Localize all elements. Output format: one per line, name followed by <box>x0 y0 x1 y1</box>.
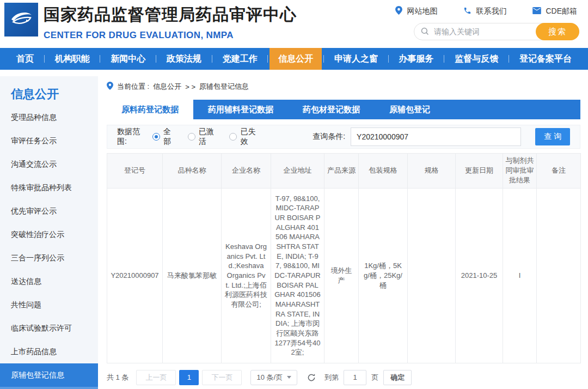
main-nav: 首页 机构职能 新闻中心 政策法规 党建工作 信息公开 申请人之窗 办事服务 监… <box>0 48 588 70</box>
query-input[interactable] <box>351 127 521 146</box>
col-product-source: 产品来源 <box>324 154 359 189</box>
search-icon <box>421 27 429 38</box>
col-package-spec: 包装规格 <box>359 154 408 189</box>
query-button[interactable]: 查 询 <box>535 128 570 145</box>
col-company-name: 企业名称 <box>222 154 271 189</box>
refresh-icon[interactable] <box>307 373 316 382</box>
cell-remark <box>537 188 581 363</box>
tab-all-registration[interactable]: 原辅包登记 <box>375 100 445 119</box>
breadcrumb-section[interactable]: 信息公开 <box>153 82 181 92</box>
sidebar-item-priority-review[interactable]: 优先审评公示 <box>0 199 98 223</box>
quick-links: 网站地图 联系我们 CDE邮箱 <box>395 6 577 16</box>
nav-item-news[interactable]: 新闻中心 <box>102 48 154 70</box>
cell-reg-no: Y20210000907 <box>107 188 163 363</box>
current-page-button[interactable]: 1 <box>179 370 199 385</box>
col-company-address: 企业地址 <box>271 154 324 189</box>
sidebar-item-excipient-registration[interactable]: 原辅包登记信息 <box>0 363 98 387</box>
sidebar-title: 信息公开 <box>0 76 98 106</box>
caret-down-icon <box>287 376 291 379</box>
quick-link-mailbox[interactable]: CDE邮箱 <box>532 7 577 16</box>
nav-item-policies[interactable]: 政策法规 <box>158 48 210 70</box>
page-size-label: 10 条/页 <box>256 373 283 382</box>
sidebar-item-review-tasks[interactable]: 审评任务公示 <box>0 129 98 153</box>
goto-page-input[interactable] <box>344 370 366 385</box>
nav-item-info-disclosure[interactable]: 信息公开 <box>270 48 322 70</box>
nav-item-supervision[interactable]: 监督与反馈 <box>446 48 507 70</box>
main-content: 当前位置 : 信息公开 > > 原辅包登记信息 原料药登记数据 药用辅料登记数据… <box>107 70 580 389</box>
nav-separator <box>100 55 100 63</box>
table-row: Y20210000907 马来酸氯苯那敏 Keshava Organics Pv… <box>107 188 581 363</box>
col-remark: 备注 <box>537 154 581 189</box>
quick-link-label: 网站地图 <box>407 7 437 16</box>
nav-item-registration-platform[interactable]: 登记备案平台 <box>511 48 580 70</box>
quick-link-sitemap[interactable]: 网站地图 <box>395 6 437 16</box>
cde-logo-swoosh-icon <box>8 5 35 34</box>
quick-link-label: CDE邮箱 <box>546 7 577 16</box>
radio-expired[interactable]: 已失效 <box>229 127 258 147</box>
radio-activated-label: 已激活 <box>199 127 217 147</box>
cell-company-name: Keshava Organics Pvt. Ltd.;Keshava Organ… <box>222 188 271 363</box>
search-button[interactable]: 搜索 <box>536 23 579 40</box>
nav-item-party[interactable]: 党建工作 <box>214 48 266 70</box>
sidebar-item-delivery-info[interactable]: 送达信息 <box>0 270 98 293</box>
cell-product-name: 马来酸氯苯那敏 <box>163 188 222 363</box>
page-size-select[interactable]: 10 条/页 <box>250 370 297 385</box>
nav-item-applicant-window[interactable]: 申请人之窗 <box>326 48 387 70</box>
page: 国家药品监督管理局药品审评中心 CENTER FOR DRUG EVALUATI… <box>0 0 588 389</box>
confirm-button[interactable]: 确定 <box>383 370 412 385</box>
nav-separator <box>388 55 389 63</box>
pagination-total: 共 1 条 <box>107 373 128 382</box>
nav-separator <box>323 55 324 63</box>
cell-company-address: T-97, 98&100, MIDC-TARAPUR BOISAR PALGHA… <box>271 188 324 363</box>
goto-prefix: 到第 <box>324 373 339 382</box>
sidebar-item-breakthrough-therapy[interactable]: 突破性治疗公示 <box>0 223 98 246</box>
sidebar-item-marketed-drugs[interactable]: 上市药品信息 <box>0 340 98 363</box>
page-body: 信息公开 受理品种信息 审评任务公示 沟通交流公示 特殊审批品种列表 优先审评公… <box>0 70 588 389</box>
site-titles: 国家药品监督管理局药品审评中心 CENTER FOR DRUG EVALUATI… <box>44 4 297 41</box>
site-header: 国家药品监督管理局药品审评中心 CENTER FOR DRUG EVALUATI… <box>0 0 588 48</box>
phone-icon <box>463 7 471 16</box>
tab-excipient-registration[interactable]: 药用辅料登记数据 <box>193 100 288 119</box>
scope-radio-group: 全部 已激活 已失效 <box>152 127 258 147</box>
nav-separator <box>212 55 212 63</box>
table-header-row: 登记号 品种名称 企业名称 企业地址 产品来源 包装规格 规格 更新日期 与制剂… <box>107 154 581 189</box>
next-page-button[interactable]: 下一页 <box>202 370 242 385</box>
site-title: 国家药品监督管理局药品审评中心 <box>44 4 297 26</box>
sidebar-item-three-in-one[interactable]: 三合一序列公示 <box>0 246 98 270</box>
col-reg-no: 登记号 <box>107 154 163 189</box>
breadcrumb-current: 原辅包登记信息 <box>199 82 249 92</box>
sidebar-item-common-issues[interactable]: 共性问题 <box>0 293 98 317</box>
nav-item-home[interactable]: 首页 <box>8 48 42 70</box>
scope-label: 数据范围: <box>117 127 146 147</box>
cell-joint-approval-result: I <box>503 188 537 363</box>
sidebar-item-accepted-varieties[interactable]: 受理品种信息 <box>0 106 98 129</box>
breadcrumb-separator: > > <box>185 83 195 91</box>
tab-api-registration[interactable]: 原料药登记数据 <box>107 100 193 119</box>
cde-logo[interactable] <box>4 3 38 37</box>
radio-activated-circle-icon[interactable] <box>188 133 195 141</box>
registry-table: 登记号 品种名称 企业名称 企业地址 产品来源 包装规格 规格 更新日期 与制剂… <box>107 153 581 363</box>
tab-packaging-registration[interactable]: 药包材登记数据 <box>288 100 375 119</box>
prev-page-button[interactable]: 上一页 <box>136 370 176 385</box>
breadcrumb-prefix: 当前位置 : <box>117 82 149 92</box>
quick-link-contact[interactable]: 联系我们 <box>463 7 506 16</box>
query-label: 查询条件: <box>313 132 345 142</box>
sidebar: 信息公开 受理品种信息 审评任务公示 沟通交流公示 特殊审批品种列表 优先审评公… <box>0 76 98 389</box>
col-joint-approval-result: 与制剂共同审批审批结果 <box>503 154 537 189</box>
radio-activated[interactable]: 已激活 <box>188 127 217 147</box>
site-subtitle: CENTER FOR DRUG EVALUATION, NMPA <box>44 30 297 41</box>
col-update-date: 更新日期 <box>456 154 503 189</box>
cell-product-source: 境外生产 <box>324 188 359 363</box>
nav-item-services[interactable]: 办事服务 <box>390 48 443 70</box>
radio-expired-label: 已失效 <box>240 127 258 147</box>
nav-item-functions[interactable]: 机构职能 <box>46 48 99 70</box>
radio-expired-circle-icon[interactable] <box>229 133 237 141</box>
breadcrumb-pin-icon <box>107 82 113 92</box>
sidebar-item-special-approval[interactable]: 特殊审批品种列表 <box>0 176 98 199</box>
sidebar-item-clinical-trial-license[interactable]: 临床试验默示许可 <box>0 317 98 340</box>
sidebar-item-communication[interactable]: 沟通交流公示 <box>0 153 98 176</box>
goto-page: 到第 页 确定 <box>324 370 412 385</box>
mail-icon <box>532 7 541 16</box>
radio-all[interactable]: 全部 <box>152 127 175 147</box>
radio-all-circle-icon[interactable] <box>152 133 160 141</box>
